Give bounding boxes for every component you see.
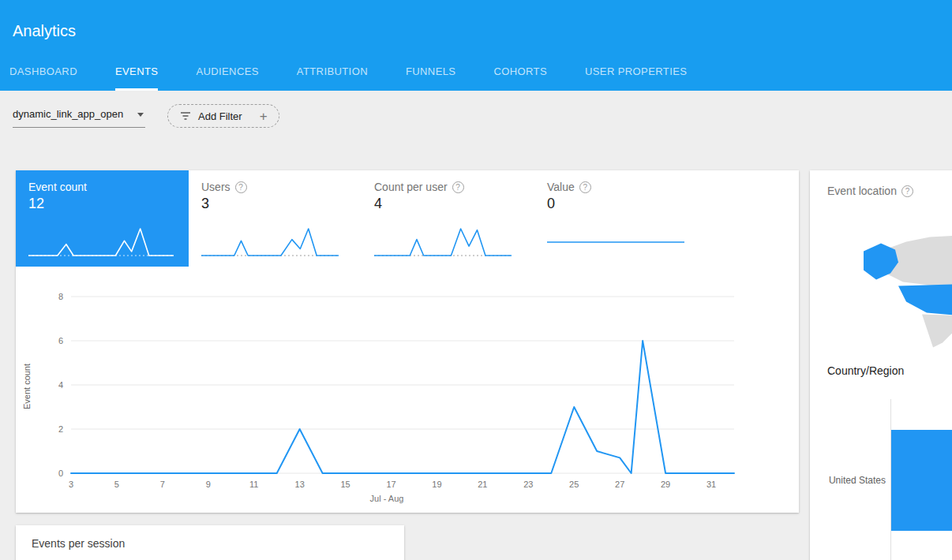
tile-count-per-user-value: 4 [374, 196, 522, 212]
page-title: Analytics [13, 22, 76, 40]
filter-icon [179, 110, 192, 121]
tile-event-count-label: Event count [28, 181, 87, 193]
sparkline-users [200, 222, 342, 260]
country-row-united-states[interactable]: United States [810, 430, 952, 531]
y-axis-title: Event count [22, 355, 32, 418]
tile-event-count[interactable]: Event count 12 [16, 170, 189, 267]
tile-count-per-user[interactable]: Count per user ? 4 [362, 170, 534, 267]
tab-bar: DASHBOARD EVENTS AUDIENCES ATTRIBUTION F… [0, 54, 706, 91]
svg-text:19: 19 [432, 480, 441, 489]
metric-tiles: Event count 12 Users ? 3 Count per user … [16, 170, 799, 267]
event-select-dropdown[interactable]: dynamic_link_app_open [13, 104, 145, 128]
svg-text:5: 5 [114, 480, 119, 489]
svg-text:0: 0 [58, 469, 63, 478]
country-region-header: Country/Region [827, 364, 904, 377]
tab-funnels[interactable]: FUNNELS [387, 54, 474, 91]
add-filter-label: Add Filter [198, 110, 242, 122]
svg-text:9: 9 [206, 480, 211, 489]
event-metrics-card: Event count 12 Users ? 3 Count per user … [16, 170, 799, 513]
filter-row: dynamic_link_app_open Add Filter + [13, 104, 279, 128]
svg-text:11: 11 [249, 480, 258, 489]
sparkline-count-per-user [373, 222, 515, 260]
tab-dashboard[interactable]: DASHBOARD [0, 54, 96, 91]
events-per-session-card: Events per session [16, 525, 404, 560]
svg-text:3: 3 [69, 480, 73, 489]
tile-users-value: 3 [201, 196, 349, 212]
tab-user-properties[interactable]: USER PROPERTIES [566, 54, 706, 91]
help-icon[interactable]: ? [235, 181, 247, 193]
svg-text:17: 17 [386, 480, 395, 489]
event-location-title: Event location [827, 185, 897, 197]
svg-text:27: 27 [615, 480, 624, 489]
svg-text:21: 21 [478, 480, 487, 489]
world-map [854, 207, 952, 360]
tab-cohorts[interactable]: COHORTS [474, 54, 566, 91]
tile-event-count-value: 12 [28, 196, 176, 212]
svg-text:29: 29 [661, 480, 670, 489]
plus-icon: + [260, 110, 268, 123]
help-icon[interactable]: ? [452, 181, 464, 193]
svg-text:25: 25 [569, 480, 579, 489]
tile-value-value: 0 [547, 196, 695, 212]
svg-text:13: 13 [295, 480, 305, 489]
country-label: United States [818, 475, 886, 486]
tab-attribution[interactable]: ATTRIBUTION [278, 54, 387, 91]
sparkline-event-count [27, 222, 177, 260]
tile-users-label: Users [201, 181, 231, 193]
tile-count-per-user-label: Count per user [374, 181, 448, 193]
svg-text:7: 7 [160, 480, 165, 489]
svg-text:4: 4 [58, 380, 63, 390]
event-select-value: dynamic_link_app_open [13, 108, 123, 120]
map-region-united-states[interactable] [898, 283, 952, 315]
dropdown-caret-icon [137, 113, 144, 117]
add-filter-button[interactable]: Add Filter + [167, 104, 279, 128]
map-region-mexico [922, 315, 952, 348]
event-location-card: Event location ? Country/Region United S… [810, 170, 952, 560]
country-bar-united-states[interactable] [891, 430, 952, 531]
svg-text:8: 8 [58, 292, 63, 301]
event-count-line-chart: 0246835791113151719212325272931Jul - Aug [47, 287, 742, 506]
help-icon[interactable]: ? [579, 181, 591, 193]
event-count-chart: 0246835791113151719212325272931Jul - Aug [47, 287, 742, 510]
svg-text:Jul - Aug: Jul - Aug [370, 494, 404, 503]
tile-value[interactable]: Value ? 0 [534, 170, 707, 267]
svg-text:2: 2 [58, 424, 63, 434]
tile-value-label: Value [547, 181, 575, 193]
svg-text:15: 15 [340, 480, 350, 489]
svg-text:23: 23 [523, 480, 533, 489]
help-icon[interactable]: ? [901, 185, 913, 197]
tab-events[interactable]: EVENTS [96, 54, 177, 91]
sparkline-value [545, 222, 688, 260]
events-per-session-title: Events per session [32, 537, 125, 550]
svg-text:31: 31 [707, 480, 716, 489]
app-header: Analytics DASHBOARD EVENTS AUDIENCES ATT… [0, 0, 952, 91]
tile-users[interactable]: Users ? 3 [189, 170, 362, 267]
tab-audiences[interactable]: AUDIENCES [177, 54, 277, 91]
svg-text:6: 6 [58, 336, 63, 345]
